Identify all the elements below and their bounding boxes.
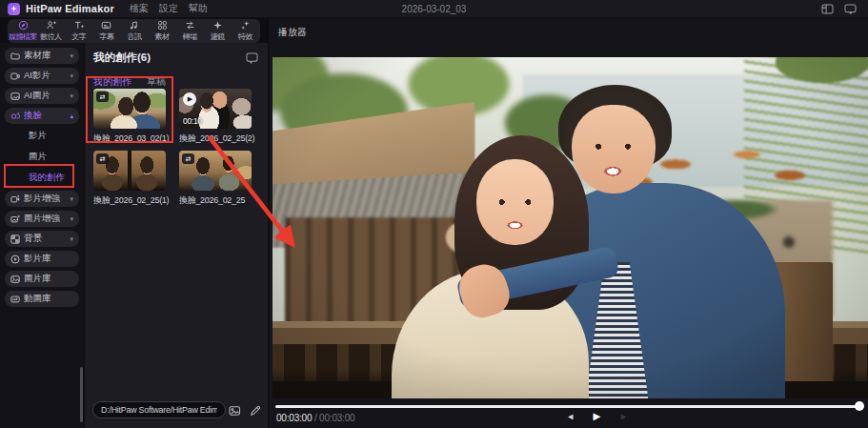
sidebar-item-background[interactable]: 背景 ▾: [5, 231, 79, 247]
chevron-down-icon: ▾: [70, 52, 73, 60]
chevron-down-icon: ▾: [70, 72, 73, 80]
chevron-down-icon: ▾: [70, 215, 73, 223]
thumbnail-faceswap-2[interactable]: ▶ 00:10: [179, 89, 252, 129]
layout-icon[interactable]: [821, 4, 834, 14]
face-swap-badge-icon: ⇄: [96, 153, 109, 164]
tab-text[interactable]: 文字: [65, 20, 92, 42]
panel-title: 我的創作(6): [93, 51, 151, 65]
sidebar-item-videos[interactable]: 影片: [0, 128, 84, 144]
sidebar-item-images[interactable]: 圖片: [0, 149, 84, 165]
filter-icon: [212, 20, 223, 31]
sidebar-item-image-enhance[interactable]: 圖片增強 ▾: [5, 211, 79, 227]
annotation-arrow: [193, 127, 313, 260]
media-icon: [18, 20, 29, 31]
thumbnail-label: 換臉_2026_02_25(1): [93, 194, 175, 207]
player-title: 播放器: [278, 26, 307, 39]
subtitle-icon: [101, 20, 111, 31]
highlight-box-my-creations: [4, 164, 74, 188]
sidebar-item-video-library[interactable]: 影片庫: [5, 251, 79, 267]
previous-frame-icon[interactable]: ◄: [566, 412, 575, 421]
background-icon: [10, 234, 20, 244]
player-controls: ◄ ► ►: [269, 409, 868, 423]
edit-pen-icon[interactable]: [250, 405, 261, 417]
chevron-down-icon: ▾: [70, 92, 73, 100]
tab-audio[interactable]: 音訊: [120, 20, 148, 42]
player-panel: 播放器 00:03:00 / 00:03:00 ◄ ►: [268, 18, 868, 428]
tab-media[interactable]: 媒體檔案: [9, 20, 37, 42]
video-preview: [273, 57, 868, 398]
comment-icon[interactable]: [246, 52, 258, 64]
play-badge-icon: ▶: [183, 92, 196, 106]
sidebar-item-image-library[interactable]: 圖片庫: [5, 271, 79, 287]
chevron-down-icon: ▾: [70, 195, 73, 203]
sidebar: 素材庫 ▾ AI影片 ▾ AI圖片 ▾ 換臉 ▴ 影片 圖片 我的創作 影片增強…: [0, 43, 84, 428]
folder-icon: [10, 51, 20, 61]
duration-badge: 00:10: [183, 116, 202, 126]
sidebar-item-video-enhance[interactable]: 影片增強 ▾: [5, 191, 79, 207]
list-item[interactable]: ⇄ 換臉_2026_02_25(1): [93, 151, 175, 207]
save-path-input[interactable]: [101, 405, 217, 415]
image-library-icon: [10, 275, 20, 284]
tab-digital-human[interactable]: 數位人: [37, 20, 65, 42]
transition-icon: [185, 20, 195, 31]
gif-library-icon: [10, 295, 20, 304]
app-logo-icon: [8, 3, 20, 15]
ai-video-icon: [10, 71, 20, 81]
highlight-box-thumbnail: [86, 76, 173, 143]
tab-filters[interactable]: 濾鏡: [204, 20, 232, 42]
video-library-icon: [10, 255, 20, 264]
sidebar-scrollbar[interactable]: [80, 367, 83, 422]
menu-settings[interactable]: 設定: [159, 2, 178, 15]
thumbnail-faceswap-3[interactable]: ⇄: [93, 151, 166, 191]
menu-help[interactable]: 幫助: [189, 2, 208, 15]
sidebar-item-face-swap[interactable]: 換臉 ▴: [5, 108, 79, 124]
sidebar-item-gif-library[interactable]: 動圖庫: [5, 291, 79, 307]
menu-file[interactable]: 檔案: [130, 2, 149, 15]
top-toolbar: 媒體檔案 數位人 文字 字幕 音訊 素材 轉場 濾鏡 特效: [8, 19, 260, 43]
next-frame-icon[interactable]: ►: [619, 412, 628, 421]
elements-icon: [157, 20, 168, 31]
save-path-field[interactable]: [92, 401, 226, 418]
video-enhance-icon: [10, 194, 20, 204]
open-folder-icon[interactable]: [229, 405, 241, 417]
audio-icon: [129, 20, 139, 31]
sidebar-item-ai-video[interactable]: AI影片 ▾: [5, 68, 79, 84]
tab-effects[interactable]: 特效: [232, 20, 259, 42]
chevron-down-icon: ▾: [70, 235, 73, 243]
sidebar-item-asset-library[interactable]: 素材庫 ▾: [5, 48, 79, 64]
image-enhance-icon: [10, 214, 20, 224]
tab-subtitles[interactable]: 字幕: [92, 20, 120, 42]
effects-icon: [240, 20, 251, 31]
ai-image-icon: [10, 92, 20, 101]
app-name: HitPaw Edimakor: [26, 3, 114, 14]
titlebar: HitPaw Edimakor 檔案 設定 幫助 2026-03-02_03: [0, 0, 868, 18]
text-icon: [73, 20, 84, 31]
feedback-icon[interactable]: [844, 4, 857, 14]
face-swap-icon: [10, 112, 20, 121]
play-icon[interactable]: ►: [591, 409, 603, 423]
chevron-up-icon: ▴: [70, 112, 73, 120]
tab-transitions[interactable]: 轉場: [176, 20, 204, 42]
sidebar-item-ai-image[interactable]: AI圖片 ▾: [5, 88, 79, 104]
seek-bar-fill: [275, 405, 859, 408]
preview-vignette: [273, 57, 868, 398]
tab-elements[interactable]: 素材: [149, 20, 176, 42]
seek-bar[interactable]: [275, 405, 859, 408]
avatar-icon: [46, 20, 56, 31]
